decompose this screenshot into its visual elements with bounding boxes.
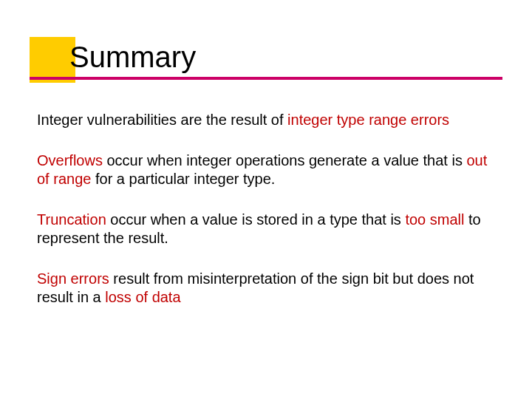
title-accent-square	[30, 37, 75, 83]
bullet-4-highlight-1: Sign errors	[37, 270, 109, 287]
bullet-2-text-2: for a particular integer type.	[91, 171, 275, 187]
title-block: Summary	[30, 41, 502, 80]
bullet-1-highlight: integer type range errors	[287, 112, 449, 128]
bullet-4: Sign errors result from misinterpretatio…	[37, 270, 495, 307]
bullet-2: Overflows occur when integer operations …	[37, 151, 495, 188]
bullet-1: Integer vulnerabilities are the result o…	[37, 111, 495, 129]
bullet-3-highlight-1: Truncation	[37, 211, 106, 228]
slide-title: Summary	[69, 41, 502, 72]
bullet-4-highlight-2: loss of data	[105, 289, 180, 305]
bullet-3-text-1: occur when a value is stored in a type t…	[106, 211, 406, 228]
bullet-3-highlight-2: too small	[405, 211, 464, 228]
bullet-3: Truncation occur when a value is stored …	[37, 211, 495, 248]
slide: Summary Integer vulnerabilities are the …	[0, 0, 532, 399]
bullet-2-text-1: occur when integer operations generate a…	[103, 152, 467, 168]
bullet-1-text: Integer vulnerabilities are the result o…	[37, 112, 287, 128]
slide-body: Integer vulnerabilities are the result o…	[37, 111, 495, 329]
bullet-2-highlight-1: Overflows	[37, 152, 103, 168]
title-underline	[30, 77, 502, 80]
